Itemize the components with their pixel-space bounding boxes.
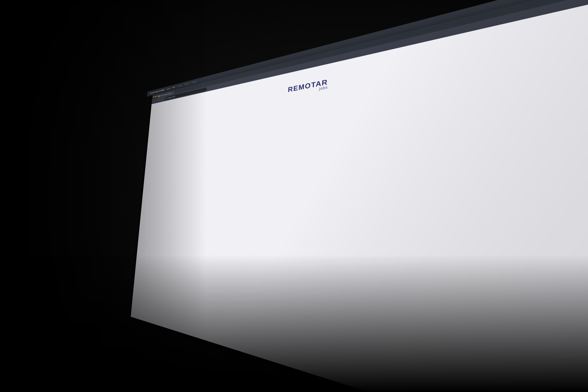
tab-favicon: R (158, 95, 160, 97)
browser-window: R Encontre vagas de trabalho ✕ ← → ↻ ⌂ 🔒… (131, 0, 588, 392)
menubar-more1: Histórico (184, 82, 189, 86)
menubar-editar[interactable]: Editar (172, 86, 175, 88)
minimize-button[interactable] (155, 96, 156, 98)
menubar-visualizar[interactable]: Visualizar (177, 84, 182, 87)
scene: Encontre vagas de trabalho Arquivo Edita… (0, 0, 588, 392)
close-button[interactable] (153, 96, 154, 98)
lock-icon: 🔒 (166, 98, 167, 99)
forward-button[interactable]: → (156, 99, 158, 102)
monitor-wrapper: Encontre vagas de trabalho Arquivo Edita… (132, 0, 588, 392)
reload-button[interactable]: ↻ (159, 98, 161, 102)
menubar-arquivo[interactable]: Arquivo (166, 87, 170, 90)
logo-container: REMOTAR jobs (288, 78, 328, 97)
address-text: remotar.com.br (168, 96, 175, 99)
logo-remotar: REMOTAR (288, 78, 328, 94)
back-button[interactable]: ← (153, 100, 155, 103)
page-content: REMOTAR jobs (131, 0, 588, 392)
home-button[interactable]: ⌂ (162, 98, 164, 101)
menubar-more2: Favoritos (191, 80, 197, 84)
tab-close-icon[interactable]: ✕ (172, 92, 174, 94)
window-controls (153, 95, 158, 98)
